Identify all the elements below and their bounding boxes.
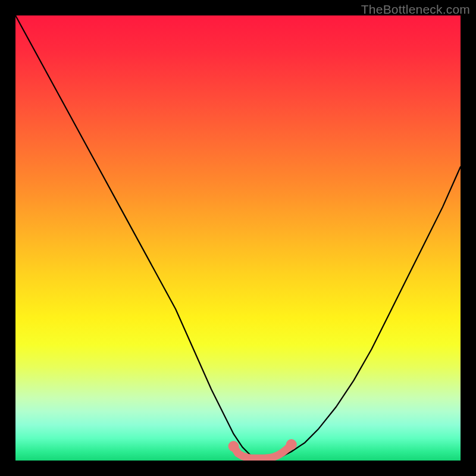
highlight-endpoint-1 (286, 439, 297, 450)
highlight-endpoint-0 (228, 441, 239, 452)
chart-svg (15, 15, 461, 461)
left-curve (15, 15, 251, 456)
chart-frame: TheBottleneck.com (0, 0, 476, 476)
right-curve (283, 167, 461, 456)
watermark-text: TheBottleneck.com (361, 2, 470, 17)
plot-area (15, 15, 461, 461)
